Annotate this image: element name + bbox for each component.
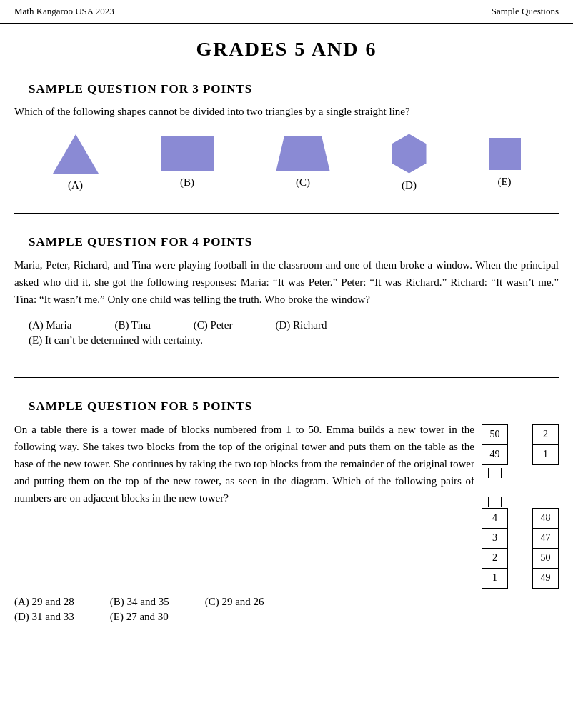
diagram-right: 2 1 48 47 50 49: [532, 424, 559, 589]
q3-option-c[interactable]: (C): [276, 136, 330, 189]
cell-47: 47: [533, 528, 559, 548]
hexagon-shape: [392, 134, 427, 174]
cell-2a: 2: [482, 548, 508, 568]
main-title: GRADES 5 AND 6: [0, 24, 573, 68]
q3-label-a: (A): [68, 179, 83, 191]
cell-48: 48: [533, 508, 559, 528]
q3-section: SAMPLE QUESTION FOR 3 POINTS Which of th…: [0, 68, 573, 213]
cell-4: 4: [482, 508, 508, 528]
triangle-shape: [53, 134, 99, 174]
q3-option-a[interactable]: (A): [53, 134, 99, 191]
cell-49b: 49: [533, 568, 559, 588]
cell-2b: 2: [533, 424, 559, 444]
rectangle-shape: [161, 136, 214, 171]
q4-answers: (A) Maria (B) Tina (C) Peter (D) Richard…: [14, 315, 559, 349]
divider-1: [14, 213, 559, 214]
tower-left-bot: 4 3 2 1: [482, 508, 508, 589]
q5-section: SAMPLE QUESTION FOR 5 POINTS On a table …: [0, 385, 573, 630]
q5-title: SAMPLE QUESTION FOR 5 POINTS: [14, 392, 559, 421]
divider-2: [14, 377, 559, 378]
cell-1b: 1: [533, 444, 559, 464]
q3-label-d: (D): [402, 179, 417, 191]
q4-paragraph: Maria, Peter, Richard, and Tina were pla…: [14, 256, 559, 308]
q5-answers: (A) 29 and 28 (B) 34 and 35 (C) 29 and 2…: [14, 589, 559, 623]
q3-label-c: (C): [296, 176, 310, 189]
q4-answer-e[interactable]: (E) It can’t be determined with certaint…: [29, 334, 203, 346]
q3-shapes-row: (A) (B) (C) (D) (E): [14, 127, 559, 206]
q3-option-d[interactable]: (D): [392, 134, 427, 191]
q4-answer-d[interactable]: (D) Richard: [275, 319, 327, 331]
q4-title: SAMPLE QUESTION FOR 4 POINTS: [14, 228, 559, 256]
q5-answer-d[interactable]: (D) 31 and 33: [14, 611, 74, 623]
q5-answer-b[interactable]: (B) 34 and 35: [110, 596, 169, 608]
tower-right-top: 2 1: [532, 424, 559, 465]
cell-3: 3: [482, 528, 508, 548]
cell-1a: 1: [482, 568, 508, 588]
tower-right-bot: 48 47 50 49: [532, 508, 559, 589]
small-square-shape: [489, 138, 521, 170]
q4-answer-c[interactable]: (C) Peter: [194, 319, 233, 331]
cell-50: 50: [482, 424, 508, 444]
q5-paragraph: On a table there is a tower made of bloc…: [14, 421, 474, 507]
header-right: Sample Questions: [492, 6, 559, 17]
tower-left-top: 50 49: [482, 424, 508, 465]
cell-49: 49: [482, 444, 508, 464]
q4-answer-b[interactable]: (B) Tina: [114, 319, 150, 331]
q3-title: SAMPLE QUESTION FOR 3 POINTS: [14, 75, 559, 104]
cell-50b: 50: [533, 548, 559, 568]
q5-answer-c[interactable]: (C) 29 and 26: [205, 596, 264, 608]
q3-option-b[interactable]: (B): [161, 136, 214, 189]
diagram-left: 50 49 4 3 2 1: [482, 424, 508, 589]
tower-gap-space: [515, 424, 525, 589]
q4-answer-a[interactable]: (A) Maria: [29, 319, 71, 331]
q5-answer-e[interactable]: (E) 27 and 30: [110, 611, 169, 623]
q3-label-b: (B): [180, 176, 194, 189]
q5-answer-a[interactable]: (A) 29 and 28: [14, 596, 74, 608]
header-left: Math Kangaroo USA 2023: [14, 6, 114, 17]
q5-diagram: 50 49 4 3 2 1: [482, 421, 559, 589]
q3-question: Which of the following shapes cannot be …: [14, 104, 559, 120]
trapezoid-shape: [276, 136, 330, 171]
q3-label-e: (E): [497, 176, 511, 188]
page-header: Math Kangaroo USA 2023 Sample Questions: [0, 0, 573, 24]
q4-section: SAMPLE QUESTION FOR 4 POINTS Maria, Pete…: [0, 221, 573, 356]
q5-content: On a table there is a tower made of bloc…: [14, 421, 559, 589]
q3-option-e[interactable]: (E): [489, 138, 521, 188]
